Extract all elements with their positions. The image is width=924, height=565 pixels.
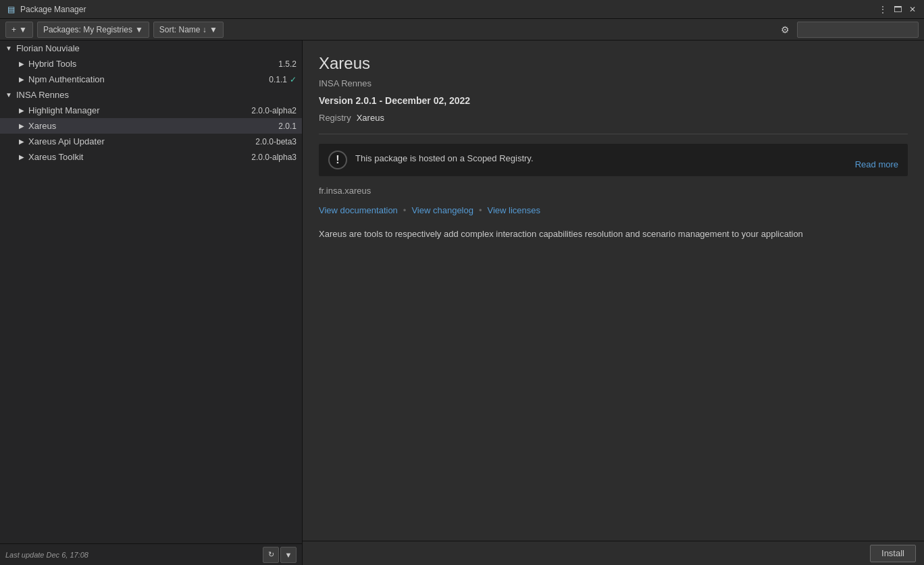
list-item[interactable]: ▶ Xareus Api Updater 2.0.0-beta3 bbox=[0, 134, 302, 149]
package-detail-author: INSA Rennes bbox=[319, 78, 908, 88]
last-update-text: Last update Dec 6, 17:08 bbox=[5, 551, 263, 559]
list-item[interactable]: ▶ Npm Authentication 0.1.1 ✓ bbox=[0, 72, 302, 87]
menu-button[interactable]: ⋮ bbox=[877, 3, 889, 16]
package-version: 2.0.1 bbox=[278, 122, 297, 131]
title-bar-controls: ⋮ 🗖 ✕ bbox=[877, 3, 919, 16]
expand-icon: ▶ bbox=[19, 76, 24, 83]
title-bar-icon: ▤ bbox=[5, 4, 16, 15]
expand-icon: ▶ bbox=[19, 60, 24, 68]
package-name: Xareus bbox=[28, 121, 278, 131]
title-bar-title: Package Manager bbox=[20, 5, 877, 14]
main-layout: ▼ Florian Nouviale ▶ Hybrid Tools 1.5.2 … bbox=[0, 41, 924, 565]
link-separator: • bbox=[479, 205, 482, 215]
package-name: Npm Authentication bbox=[28, 74, 269, 84]
sort-dropdown-arrow: ▼ bbox=[209, 25, 217, 34]
add-dropdown-arrow: ▼ bbox=[19, 25, 27, 34]
read-more-link[interactable]: Read more bbox=[855, 159, 898, 169]
package-detail-title: Xareus bbox=[319, 54, 908, 73]
package-version: 2.0.0-beta3 bbox=[255, 137, 297, 146]
package-version: 2.0.0-alpha3 bbox=[251, 153, 297, 162]
warning-icon: ! bbox=[328, 151, 347, 169]
divider bbox=[319, 134, 908, 134]
info-box: ! This package is hosted on a Scoped Reg… bbox=[319, 144, 908, 176]
footer-buttons: ↻ ▼ bbox=[263, 547, 297, 563]
registry-value: Xareus bbox=[357, 113, 384, 123]
footer-dropdown-button[interactable]: ▼ bbox=[280, 547, 297, 563]
list-item[interactable]: ▶ Xareus 2.0.1 bbox=[0, 118, 302, 134]
view-changelog-link[interactable]: View changelog bbox=[411, 205, 473, 215]
packages-dropdown-arrow: ▼ bbox=[135, 25, 143, 34]
expand-icon: ▶ bbox=[19, 107, 24, 114]
package-version: 1.5.2 bbox=[278, 59, 297, 69]
package-name: Highlight Manager bbox=[28, 105, 251, 115]
sidebar-content: ▼ Florian Nouviale ▶ Hybrid Tools 1.5.2 … bbox=[0, 41, 302, 543]
package-namespace: fr.insa.xareus bbox=[319, 186, 908, 196]
expand-icon: ▶ bbox=[19, 138, 24, 145]
sidebar: ▼ Florian Nouviale ▶ Hybrid Tools 1.5.2 … bbox=[0, 41, 303, 565]
link-separator: • bbox=[403, 205, 407, 215]
sidebar-footer: Last update Dec 6, 17:08 ↻ ▼ bbox=[0, 543, 302, 565]
packages-label: Packages: My Registries bbox=[43, 25, 132, 34]
package-name: Hybrid Tools bbox=[28, 59, 278, 69]
add-button[interactable]: + ▼ bbox=[5, 22, 33, 38]
settings-button[interactable]: ⚙ bbox=[777, 22, 793, 38]
view-documentation-link[interactable]: View documentation bbox=[319, 205, 398, 215]
sort-label: Sort: Name ↓ bbox=[159, 25, 207, 34]
group-name-insa: INSA Rennes bbox=[16, 90, 69, 100]
expand-icon: ▶ bbox=[19, 153, 24, 161]
package-version: 2.0.0-alpha2 bbox=[251, 106, 297, 115]
view-licenses-link[interactable]: View licenses bbox=[488, 205, 541, 215]
list-item[interactable]: ▶ Xareus Toolkit 2.0.0-alpha3 bbox=[0, 149, 302, 165]
group-header-florian[interactable]: ▼ Florian Nouviale bbox=[0, 41, 302, 56]
package-version: 0.1.1 bbox=[269, 75, 287, 84]
sort-dropdown[interactable]: Sort: Name ↓ ▼ bbox=[153, 22, 224, 38]
detail-panel: Xareus INSA Rennes Version 2.0.1 - Decem… bbox=[303, 41, 924, 541]
add-label: + bbox=[11, 25, 16, 34]
chevron-down-icon: ▼ bbox=[5, 45, 12, 52]
group-name-florian: Florian Nouviale bbox=[16, 43, 80, 53]
bottom-bar: Install bbox=[303, 541, 924, 565]
refresh-button[interactable]: ↻ bbox=[263, 547, 279, 563]
list-item[interactable]: ▶ Hybrid Tools 1.5.2 bbox=[0, 56, 302, 72]
detail-links: View documentation • View changelog • Vi… bbox=[319, 205, 908, 215]
packages-dropdown[interactable]: Packages: My Registries ▼ bbox=[37, 22, 149, 38]
list-item[interactable]: ▶ Highlight Manager 2.0.0-alpha2 bbox=[0, 103, 302, 118]
package-registry-row: Registry Xareus bbox=[319, 113, 908, 123]
expand-icon: ▶ bbox=[19, 122, 24, 130]
search-input[interactable] bbox=[802, 25, 914, 34]
restore-button[interactable]: 🗖 bbox=[892, 3, 904, 16]
install-button[interactable]: Install bbox=[870, 545, 916, 562]
package-name: Xareus Toolkit bbox=[28, 152, 251, 162]
toolbar: + ▼ Packages: My Registries ▼ Sort: Name… bbox=[0, 19, 924, 41]
installed-checkmark-icon: ✓ bbox=[290, 75, 297, 84]
package-name: Xareus Api Updater bbox=[28, 136, 255, 146]
close-button[interactable]: ✕ bbox=[906, 3, 919, 16]
group-header-insa[interactable]: ▼ INSA Rennes bbox=[0, 87, 302, 103]
registry-label: Registry bbox=[319, 113, 351, 123]
package-detail-version: Version 2.0.1 - December 02, 2022 bbox=[319, 95, 908, 106]
search-box[interactable] bbox=[797, 22, 919, 38]
title-bar: ▤ Package Manager ⋮ 🗖 ✕ bbox=[0, 0, 924, 19]
package-description: Xareus are tools to respectively add com… bbox=[319, 227, 908, 242]
info-message: This package is hosted on a Scoped Regis… bbox=[355, 151, 898, 163]
chevron-down-icon: ▼ bbox=[5, 91, 12, 99]
